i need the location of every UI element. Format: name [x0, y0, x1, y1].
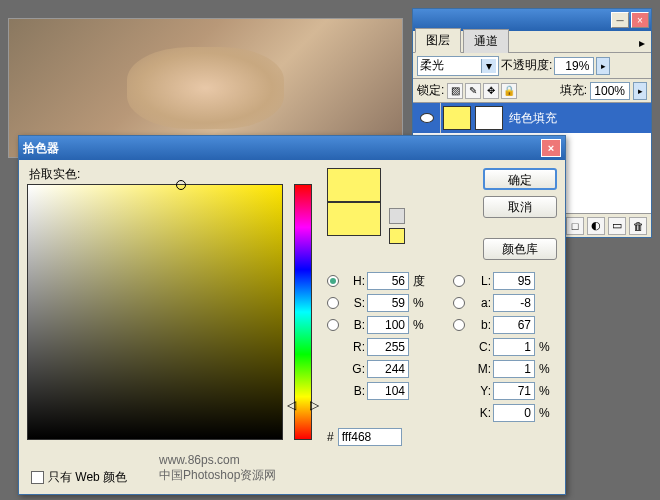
lbl-r: R:	[349, 340, 365, 354]
tab-layers[interactable]: 图层	[415, 28, 461, 53]
minimize-icon[interactable]: ─	[611, 12, 629, 28]
hex-label: #	[327, 430, 334, 444]
lbl-bc: B:	[349, 384, 365, 398]
picker-titlebar[interactable]: 拾色器 ×	[19, 136, 565, 160]
radio-s[interactable]	[327, 297, 339, 309]
input-l[interactable]: 95	[493, 272, 535, 290]
lbl-b: B:	[349, 318, 365, 332]
web-only-checkbox[interactable]: 只有 Web 颜色	[31, 469, 127, 486]
layer-row[interactable]: 纯色填充	[413, 103, 651, 133]
color-picker-dialog: 拾色器 × 拾取实色: ◁▷ 确定 取消	[18, 135, 566, 495]
input-b2[interactable]: 67	[493, 316, 535, 334]
websafe-swatch[interactable]	[389, 228, 405, 244]
panel-menu-icon[interactable]: ▸	[633, 34, 651, 52]
adjustment-icon[interactable]: ◐	[587, 217, 605, 235]
layer-mask-thumb[interactable]	[475, 106, 503, 130]
opacity-arrow-icon[interactable]: ▸	[596, 57, 610, 75]
input-b[interactable]: 100	[367, 316, 409, 334]
input-s[interactable]: 59	[367, 294, 409, 312]
lock-paint-icon[interactable]: ✎	[465, 83, 481, 99]
hue-slider-column: ◁▷	[291, 184, 315, 440]
unit-y: %	[539, 384, 555, 398]
blend-mode-value: 柔光	[420, 57, 444, 74]
input-y[interactable]: 71	[493, 382, 535, 400]
lock-icons: ▨ ✎ ✥ 🔒	[447, 83, 517, 99]
lbl-h: H:	[349, 274, 365, 288]
visibility-toggle[interactable]	[413, 103, 441, 133]
fill-arrow-icon[interactable]: ▸	[633, 82, 647, 100]
lbl-g: G:	[349, 362, 365, 376]
pick-label: 拾取实色:	[29, 166, 80, 183]
layer-name: 纯色填充	[509, 110, 557, 127]
color-fields: H:56度 L:95 S:59% a:-8 B:100% b:67 R:255 …	[327, 272, 557, 422]
layer-thumb[interactable]	[443, 106, 471, 130]
input-r[interactable]: 255	[367, 338, 409, 356]
picker-title-text: 拾色器	[23, 140, 59, 157]
ok-button[interactable]: 确定	[483, 168, 557, 190]
watermark: www.86ps.com 中国Photoshop资源网	[159, 453, 276, 484]
prev-color-swatch[interactable]	[327, 202, 381, 236]
lbl-l: L:	[475, 274, 491, 288]
close-icon[interactable]: ×	[631, 12, 649, 28]
lbl-c: C:	[475, 340, 491, 354]
lbl-b2: b:	[475, 318, 491, 332]
lbl-k: K:	[475, 406, 491, 420]
radio-l[interactable]	[453, 275, 465, 287]
close-icon[interactable]: ×	[541, 139, 561, 157]
lock-move-icon[interactable]: ✥	[483, 83, 499, 99]
lock-all-icon[interactable]: 🔒	[501, 83, 517, 99]
unit-b: %	[413, 318, 429, 332]
radio-a[interactable]	[453, 297, 465, 309]
fill-label: 填充:	[560, 82, 587, 99]
sv-cursor-icon	[176, 180, 186, 190]
input-c[interactable]: 1	[493, 338, 535, 356]
input-m[interactable]: 1	[493, 360, 535, 378]
lock-label: 锁定:	[417, 82, 444, 99]
lbl-s: S:	[349, 296, 365, 310]
gamut-warning-icon[interactable]	[389, 208, 405, 224]
checkbox-icon	[31, 471, 44, 484]
trash-icon[interactable]: 🗑	[629, 217, 647, 235]
input-bc[interactable]: 104	[367, 382, 409, 400]
mask-icon[interactable]: □	[566, 217, 584, 235]
web-only-label: 只有 Web 颜色	[48, 469, 127, 486]
eye-icon	[420, 113, 434, 123]
lock-trans-icon[interactable]: ▨	[447, 83, 463, 99]
opacity-input[interactable]: 19%	[554, 57, 594, 75]
lbl-a: a:	[475, 296, 491, 310]
new-layer-icon[interactable]: ▭	[608, 217, 626, 235]
blend-row: 柔光 不透明度: 19% ▸	[413, 53, 651, 79]
blend-mode-select[interactable]: 柔光	[417, 56, 499, 76]
cancel-button[interactable]: 取消	[483, 196, 557, 218]
tab-channels[interactable]: 通道	[463, 29, 509, 53]
radio-b[interactable]	[327, 319, 339, 331]
fill-input[interactable]: 100%	[590, 82, 630, 100]
input-k[interactable]: 0	[493, 404, 535, 422]
new-color-swatch	[327, 168, 381, 202]
radio-h[interactable]	[327, 275, 339, 287]
lbl-m: M:	[475, 362, 491, 376]
unit-k: %	[539, 406, 555, 420]
input-a[interactable]: -8	[493, 294, 535, 312]
unit-h: 度	[413, 273, 429, 290]
color-library-button[interactable]: 颜色库	[483, 238, 557, 260]
lock-row: 锁定: ▨ ✎ ✥ 🔒 填充: 100% ▸	[413, 79, 651, 103]
input-h[interactable]: 56	[367, 272, 409, 290]
lbl-y: Y:	[475, 384, 491, 398]
unit-s: %	[413, 296, 429, 310]
unit-m: %	[539, 362, 555, 376]
opacity-label: 不透明度:	[501, 57, 552, 74]
input-hex[interactable]: fff468	[338, 428, 402, 446]
input-g[interactable]: 244	[367, 360, 409, 378]
saturation-value-field[interactable]	[27, 184, 283, 440]
panel-tabs: 图层 通道 ▸	[413, 31, 651, 53]
hue-marker-icon: ◁▷	[287, 398, 319, 412]
unit-c: %	[539, 340, 555, 354]
radio-b2[interactable]	[453, 319, 465, 331]
